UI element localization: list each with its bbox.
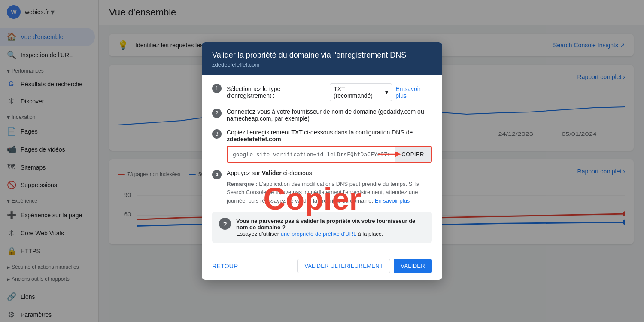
step-3-content: Copiez l'enregistrement TXT ci-dessous d… xyxy=(227,129,432,163)
url-prefix-link[interactable]: une propriété de préfixe d'URL xyxy=(281,231,356,237)
dialog-title: Valider la propriété du domaine via l'en… xyxy=(212,51,432,60)
remark-text: Remarque : L'application des modificatio… xyxy=(227,180,432,205)
dialog-footer: RETOUR VALIDER ULTÉRIEUREMENT VALIDER xyxy=(202,252,442,280)
help-box-text: Vous ne parvenez pas à valider la propri… xyxy=(236,218,425,237)
step-1-content: Sélectionnez le type d'enregistrement : … xyxy=(227,83,432,101)
validate-later-button[interactable]: VALIDER ULTÉRIEUREMENT xyxy=(297,259,390,273)
step-3-number: 3 xyxy=(212,129,222,139)
step-1-number: 1 xyxy=(212,84,222,93)
record-type-dropdown[interactable]: TXT (recommandé) ▾ xyxy=(330,83,392,101)
dropdown-chevron-icon: ▾ xyxy=(385,89,388,96)
step-4: 4 Appuyez sur Valider ci-dessous Remarqu… xyxy=(212,170,432,205)
modal-overlay: Valider la propriété du domaine via l'en… xyxy=(0,0,644,322)
txt-record-field-container: COPIER xyxy=(227,146,432,163)
txt-record-input[interactable] xyxy=(228,147,395,162)
footer-right-buttons: VALIDER ULTÉRIEUREMENT VALIDER xyxy=(297,259,432,273)
question-icon: ? xyxy=(219,218,231,230)
validate-button[interactable]: VALIDER xyxy=(394,259,432,273)
step-2-number: 2 xyxy=(212,109,222,118)
help-box: ? Vous ne parvenez pas à valider la prop… xyxy=(212,212,432,243)
step-3: 3 Copiez l'enregistrement TXT ci-dessous… xyxy=(212,129,432,163)
validation-dialog: Valider la propriété du domaine via l'en… xyxy=(202,42,442,280)
en-savoir-plus-link-2[interactable]: En savoir plus xyxy=(375,197,410,204)
dialog-subtitle: zdedeefefeffef.com xyxy=(212,61,432,68)
step-2-content: Connectez-vous à votre fournisseur de no… xyxy=(227,108,432,122)
en-savoir-plus-link-1[interactable]: En savoir plus xyxy=(395,85,432,99)
step-4-number: 4 xyxy=(212,170,222,179)
copy-button[interactable]: COPIER xyxy=(395,147,431,162)
back-button[interactable]: RETOUR xyxy=(212,259,238,273)
step-4-content: Appuyez sur Valider ci-dessous Remarque … xyxy=(227,170,432,205)
step-2: 2 Connectez-vous à votre fournisseur de … xyxy=(212,108,432,122)
step-1: 1 Sélectionnez le type d'enregistrement … xyxy=(212,83,432,101)
dialog-body: 1 Sélectionnez le type d'enregistrement … xyxy=(202,75,442,252)
dialog-header: Valider la propriété du domaine via l'en… xyxy=(202,42,442,75)
